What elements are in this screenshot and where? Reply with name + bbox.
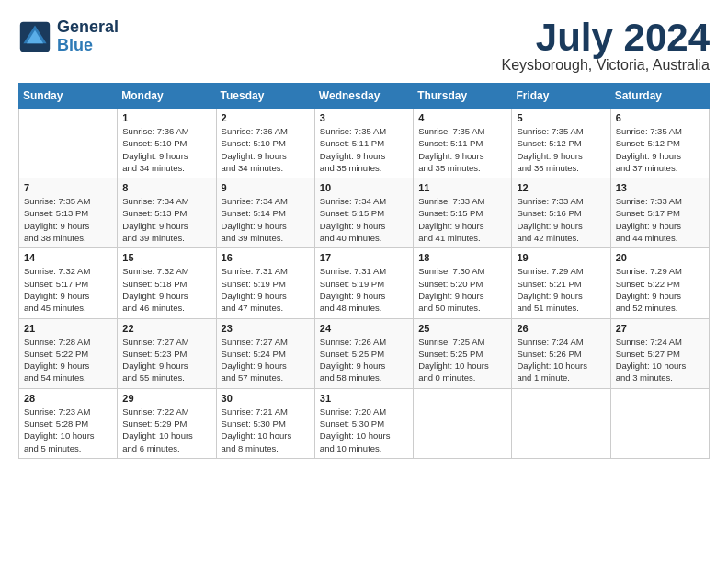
month-title: July 2024: [502, 18, 711, 57]
day-info: Sunrise: 7:21 AM Sunset: 5:30 PM Dayligh…: [222, 406, 310, 454]
day-number: 20: [616, 252, 704, 263]
calendar-body: 1Sunrise: 7:36 AM Sunset: 5:10 PM Daylig…: [19, 109, 710, 459]
calendar-cell: 5Sunrise: 7:35 AM Sunset: 5:12 PM Daylig…: [512, 109, 610, 178]
day-info: Sunrise: 7:35 AM Sunset: 5:11 PM Dayligh…: [320, 125, 408, 174]
calendar-week-0: 1Sunrise: 7:36 AM Sunset: 5:10 PM Daylig…: [19, 109, 710, 178]
day-header-thursday: Thursday: [414, 84, 512, 109]
day-info: Sunrise: 7:32 AM Sunset: 5:17 PM Dayligh…: [24, 265, 112, 314]
day-info: Sunrise: 7:24 AM Sunset: 5:26 PM Dayligh…: [517, 336, 605, 385]
calendar-header-row: SundayMondayTuesdayWednesdayThursdayFrid…: [19, 84, 710, 109]
day-info: Sunrise: 7:32 AM Sunset: 5:18 PM Dayligh…: [122, 265, 210, 314]
calendar-cell: 11Sunrise: 7:33 AM Sunset: 5:15 PM Dayli…: [414, 178, 512, 248]
day-header-tuesday: Tuesday: [216, 84, 314, 109]
day-info: Sunrise: 7:34 AM Sunset: 5:13 PM Dayligh…: [122, 195, 210, 244]
day-number: 10: [320, 182, 408, 193]
day-info: Sunrise: 7:33 AM Sunset: 5:17 PM Dayligh…: [616, 195, 704, 244]
day-number: 25: [418, 323, 506, 334]
day-info: Sunrise: 7:24 AM Sunset: 5:27 PM Dayligh…: [616, 336, 704, 385]
day-header-saturday: Saturday: [610, 84, 709, 109]
day-number: 3: [320, 112, 408, 123]
day-number: 9: [222, 182, 310, 193]
day-info: Sunrise: 7:20 AM Sunset: 5:30 PM Dayligh…: [320, 406, 408, 454]
day-number: 30: [222, 393, 310, 404]
day-number: 24: [320, 323, 408, 334]
calendar-cell: 22Sunrise: 7:27 AM Sunset: 5:23 PM Dayli…: [118, 318, 216, 388]
day-info: Sunrise: 7:25 AM Sunset: 5:25 PM Dayligh…: [418, 336, 506, 385]
calendar-table: SundayMondayTuesdayWednesdayThursdayFrid…: [18, 83, 710, 459]
day-info: Sunrise: 7:27 AM Sunset: 5:23 PM Dayligh…: [122, 336, 210, 385]
calendar-cell: 19Sunrise: 7:29 AM Sunset: 5:21 PM Dayli…: [512, 248, 610, 318]
calendar-cell: 20Sunrise: 7:29 AM Sunset: 5:22 PM Dayli…: [610, 248, 709, 318]
calendar-cell: 6Sunrise: 7:35 AM Sunset: 5:12 PM Daylig…: [610, 109, 709, 178]
calendar-cell: 24Sunrise: 7:26 AM Sunset: 5:25 PM Dayli…: [314, 318, 413, 388]
calendar-cell: 28Sunrise: 7:23 AM Sunset: 5:28 PM Dayli…: [19, 388, 118, 458]
day-info: Sunrise: 7:34 AM Sunset: 5:14 PM Dayligh…: [222, 195, 310, 244]
day-number: 8: [122, 182, 210, 193]
day-header-monday: Monday: [118, 84, 216, 109]
logo-line2: Blue: [57, 37, 119, 55]
day-info: Sunrise: 7:29 AM Sunset: 5:21 PM Dayligh…: [517, 265, 605, 314]
day-number: 18: [418, 252, 506, 263]
day-number: 21: [24, 323, 112, 334]
day-info: Sunrise: 7:34 AM Sunset: 5:15 PM Dayligh…: [320, 195, 408, 244]
calendar-cell: 30Sunrise: 7:21 AM Sunset: 5:30 PM Dayli…: [216, 388, 314, 458]
day-number: 28: [24, 393, 112, 404]
day-number: 17: [320, 252, 408, 263]
day-info: Sunrise: 7:35 AM Sunset: 5:12 PM Dayligh…: [517, 125, 605, 174]
day-number: 15: [122, 252, 210, 263]
calendar-cell: 25Sunrise: 7:25 AM Sunset: 5:25 PM Dayli…: [414, 318, 512, 388]
day-number: 29: [122, 393, 210, 404]
day-header-friday: Friday: [512, 84, 610, 109]
day-info: Sunrise: 7:26 AM Sunset: 5:25 PM Dayligh…: [320, 336, 408, 385]
calendar-cell: 23Sunrise: 7:27 AM Sunset: 5:24 PM Dayli…: [216, 318, 314, 388]
calendar-week-2: 14Sunrise: 7:32 AM Sunset: 5:17 PM Dayli…: [19, 248, 710, 318]
calendar-cell: [19, 109, 118, 178]
day-header-sunday: Sunday: [19, 84, 118, 109]
calendar-cell: 1Sunrise: 7:36 AM Sunset: 5:10 PM Daylig…: [118, 109, 216, 178]
logo: General Blue: [18, 18, 119, 55]
day-info: Sunrise: 7:33 AM Sunset: 5:15 PM Dayligh…: [418, 195, 506, 244]
day-number: 13: [616, 182, 704, 193]
day-info: Sunrise: 7:36 AM Sunset: 5:10 PM Dayligh…: [222, 125, 310, 174]
calendar-cell: [414, 388, 512, 458]
day-info: Sunrise: 7:33 AM Sunset: 5:16 PM Dayligh…: [517, 195, 605, 244]
calendar-cell: 15Sunrise: 7:32 AM Sunset: 5:18 PM Dayli…: [118, 248, 216, 318]
calendar-cell: 7Sunrise: 7:35 AM Sunset: 5:13 PM Daylig…: [19, 178, 118, 248]
calendar-cell: 18Sunrise: 7:30 AM Sunset: 5:20 PM Dayli…: [414, 248, 512, 318]
day-number: 27: [616, 323, 704, 334]
day-info: Sunrise: 7:36 AM Sunset: 5:10 PM Dayligh…: [122, 125, 210, 174]
page-header: General Blue July 2024 Keysborough, Vict…: [18, 18, 710, 74]
calendar-cell: 14Sunrise: 7:32 AM Sunset: 5:17 PM Dayli…: [19, 248, 118, 318]
calendar-cell: 26Sunrise: 7:24 AM Sunset: 5:26 PM Dayli…: [512, 318, 610, 388]
calendar-cell: 31Sunrise: 7:20 AM Sunset: 5:30 PM Dayli…: [314, 388, 413, 458]
calendar-cell: 17Sunrise: 7:31 AM Sunset: 5:19 PM Dayli…: [314, 248, 413, 318]
logo-icon: [18, 20, 51, 53]
day-info: Sunrise: 7:27 AM Sunset: 5:24 PM Dayligh…: [222, 336, 310, 385]
day-number: 16: [222, 252, 310, 263]
day-info: Sunrise: 7:35 AM Sunset: 5:11 PM Dayligh…: [418, 125, 506, 174]
location: Keysborough, Victoria, Australia: [502, 57, 711, 74]
day-header-wednesday: Wednesday: [314, 84, 413, 109]
calendar-cell: 27Sunrise: 7:24 AM Sunset: 5:27 PM Dayli…: [610, 318, 709, 388]
day-info: Sunrise: 7:23 AM Sunset: 5:28 PM Dayligh…: [24, 406, 112, 454]
calendar-cell: 21Sunrise: 7:28 AM Sunset: 5:22 PM Dayli…: [19, 318, 118, 388]
day-number: 7: [24, 182, 112, 193]
calendar-cell: 9Sunrise: 7:34 AM Sunset: 5:14 PM Daylig…: [216, 178, 314, 248]
day-number: 11: [418, 182, 506, 193]
day-info: Sunrise: 7:30 AM Sunset: 5:20 PM Dayligh…: [418, 265, 506, 314]
calendar-cell: 29Sunrise: 7:22 AM Sunset: 5:29 PM Dayli…: [118, 388, 216, 458]
calendar-cell: 4Sunrise: 7:35 AM Sunset: 5:11 PM Daylig…: [414, 109, 512, 178]
calendar-week-4: 28Sunrise: 7:23 AM Sunset: 5:28 PM Dayli…: [19, 388, 710, 458]
day-number: 2: [222, 112, 310, 123]
day-number: 5: [517, 112, 605, 123]
title-block: July 2024 Keysborough, Victoria, Austral…: [502, 18, 711, 74]
day-info: Sunrise: 7:29 AM Sunset: 5:22 PM Dayligh…: [616, 265, 704, 314]
day-number: 4: [418, 112, 506, 123]
calendar-cell: 10Sunrise: 7:34 AM Sunset: 5:15 PM Dayli…: [314, 178, 413, 248]
calendar-cell: 16Sunrise: 7:31 AM Sunset: 5:19 PM Dayli…: [216, 248, 314, 318]
day-number: 22: [122, 323, 210, 334]
day-number: 14: [24, 252, 112, 263]
day-number: 26: [517, 323, 605, 334]
day-number: 12: [517, 182, 605, 193]
day-number: 31: [320, 393, 408, 404]
